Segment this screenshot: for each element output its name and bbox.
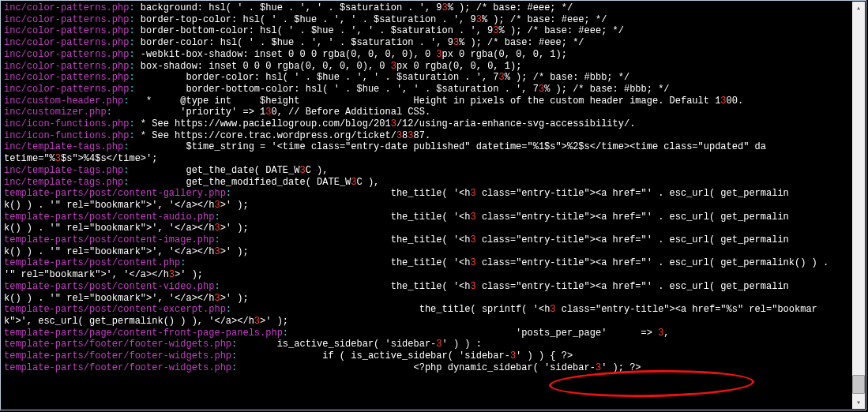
file-path: inc/icon-functions.php (4, 130, 129, 141)
line-text: % ); /* base: #eee; */ (499, 25, 624, 36)
file-path: inc/color-patterns.php (4, 49, 129, 60)
separator-colon: : (129, 72, 134, 83)
separator-colon: : (129, 84, 134, 95)
match-highlight: 3 (214, 223, 220, 234)
output-line: template-parts/footer/footer-widgets.php… (4, 350, 849, 362)
line-text: class="entry-title"><a href="' . esc_url… (476, 234, 789, 245)
separator-colon: : (129, 14, 134, 25)
line-text: >' ); (220, 223, 249, 234)
separator-colon: : (129, 49, 134, 60)
scroll-thumb[interactable] (852, 375, 865, 394)
match-highlight: 3 (471, 257, 476, 268)
output-line: template-parts/post/content.php: the_tit… (4, 257, 849, 269)
line-text: 00. (727, 96, 744, 107)
line-text: <?php dynamic_sidebar( 'sidebar- (237, 362, 596, 373)
match-highlight: 3 (499, 72, 505, 83)
line-text: border-color: hsl( ' . $hue . ', ' . $sa… (135, 37, 453, 48)
file-path: inc/template-tags.php (4, 141, 123, 152)
line-text: k() ) . '" rel="bookmark">', '</a></h (4, 200, 214, 211)
output-line: inc/custom-header.php: * @type int $heig… (4, 96, 849, 107)
file-path: template-parts/footer/footer-widgets.php (4, 362, 231, 373)
separator-colon: : (226, 304, 231, 315)
line-text: % ); /* base: #eee; */ (459, 37, 584, 48)
output-line: inc/template-tags.php: $time_string = '<… (4, 141, 849, 153)
line-text: ' ) ) : (442, 339, 482, 350)
file-path: inc/template-tags.php (4, 177, 123, 188)
line-text: px 0 rgba(0, 0, 0, 1); (396, 61, 521, 72)
output-line: inc/color-patterns.php: box-shadow: inse… (4, 61, 849, 73)
line-text: $s">%4$s</time>'; (61, 153, 157, 164)
line-text: /12/using-aria-enhance-svg-accessibility… (396, 118, 635, 129)
output-line: template-parts/post/content-image.php: t… (4, 234, 849, 246)
line-text: class="entry-title"><a href="' . esc_url… (476, 281, 789, 292)
file-path: inc/color-patterns.php (4, 14, 129, 25)
output-line: k() ) . '" rel="bookmark">', '</a></h3>'… (4, 293, 849, 305)
match-highlight: 3 (391, 118, 396, 129)
match-highlight: 3 (476, 14, 482, 25)
output-line: tetime="%3$s">%4$s</time>'; (4, 153, 849, 165)
output-line: inc/template-tags.php: get_the_modified_… (4, 177, 849, 189)
line-text: background: hsl( ' . $hue . ', ' . $satu… (135, 2, 442, 13)
line-text: the_title( '<h (220, 281, 471, 292)
line-text: class="entry-title"><a href="%s" rel="bo… (556, 304, 817, 315)
scroll-up-arrow[interactable]: ▴ (853, 2, 864, 13)
output-line: inc/icon-functions.php: * See https://ww… (4, 118, 849, 130)
output-line: template-parts/page/content-front-page-p… (4, 328, 849, 339)
line-text: border-top-color: hsl( ' . $hue . ', ' .… (135, 14, 476, 25)
separator-colon: : (129, 25, 134, 36)
file-path: inc/customizer.php (4, 107, 107, 118)
file-path: inc/color-patterns.php (4, 25, 129, 36)
line-text: >' ); (260, 316, 288, 327)
file-path: template-parts/post/content-excerpt.php (4, 304, 226, 315)
separator-colon: : (129, 130, 134, 141)
file-path: inc/icon-functions.php (4, 118, 129, 129)
line-text: 'posts_per_page' => (288, 328, 658, 339)
line-text: 87. (414, 130, 431, 141)
match-highlight: 3 (471, 212, 476, 223)
output-line: inc/color-patterns.php: border-color: hs… (4, 37, 849, 49)
line-text: tetime="% (4, 153, 55, 164)
separator-colon: : (214, 234, 220, 245)
vertical-scrollbar[interactable]: ▴ ▾ (852, 2, 865, 409)
output-line: inc/color-patterns.php: border-top-color… (4, 14, 849, 26)
line-text: '" rel="bookmark">', '</a></h (4, 269, 169, 280)
output-line: inc/color-patterns.php: -webkit-box-shad… (4, 49, 849, 61)
file-path: inc/color-patterns.php (4, 37, 129, 48)
line-text: % ); /* base: #bbb; */ (544, 84, 669, 95)
grep-output[interactable]: inc/color-patterns.php: background: hsl(… (1, 1, 852, 410)
match-highlight: 3 (254, 316, 260, 327)
file-path: template-parts/post/content-video.php (4, 281, 214, 292)
file-path: inc/color-patterns.php (4, 72, 129, 83)
separator-colon: : (226, 188, 231, 199)
file-path: template-parts/footer/footer-widgets.php (4, 339, 231, 350)
line-text: >' ); (220, 200, 249, 211)
output-line: template-parts/post/content-video.php: t… (4, 281, 849, 293)
match-highlight: 3 (493, 25, 498, 36)
separator-colon: : (129, 2, 134, 13)
line-text: ' ) ) { ?> (516, 350, 573, 361)
separator-colon: : (129, 118, 134, 129)
line-text: box-shadow: inset 0 0 0 rgba(0, 0, 0, 0)… (135, 61, 391, 72)
line-text: >' ); (220, 293, 249, 304)
file-path: template-parts/post/content.php (4, 257, 180, 268)
match-highlight: 3 (471, 281, 476, 292)
line-text: is_active_sidebar( 'sidebar- (237, 339, 436, 350)
match-highlight: 3 (351, 177, 356, 188)
line-text: % ); /* base: #eee; */ (482, 14, 607, 25)
scroll-down-arrow[interactable]: ▾ (853, 397, 864, 408)
file-path: template-parts/post/content-image.php (4, 234, 214, 245)
output-line: inc/customizer.php: 'priority' => 130, /… (4, 107, 849, 118)
line-text: get_the_date( DATE_W (129, 165, 299, 176)
match-highlight: 3 (720, 96, 726, 107)
separator-colon: : (129, 61, 134, 72)
match-highlight: 3 (391, 61, 396, 72)
line-text: the_title( '<h (220, 234, 471, 245)
line-text: the_title( '<h (186, 257, 470, 268)
line-text: $time_string = '<time class="entry-date … (129, 141, 766, 152)
line-text: % ); /* base: #bbb; */ (505, 72, 629, 83)
line-text: % ); /* base: #eee; */ (448, 2, 573, 13)
file-path: template-parts/footer/footer-widgets.php (4, 350, 231, 361)
line-text: >' ); (220, 246, 249, 257)
file-path: template-parts/post/content-audio.php (4, 212, 214, 223)
output-line: inc/template-tags.php: get_the_date( DAT… (4, 165, 849, 177)
